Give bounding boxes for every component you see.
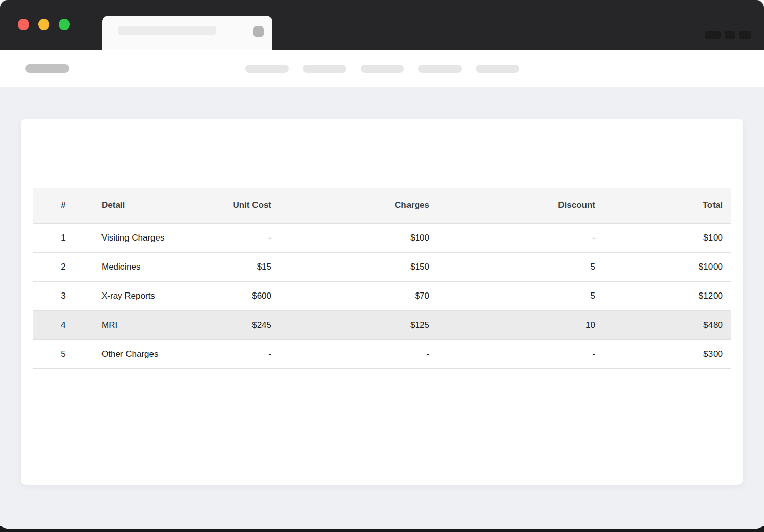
maximize-button[interactable] xyxy=(59,19,70,30)
column-header-discount: Discount xyxy=(438,188,603,223)
cell-charges: $125 xyxy=(279,310,438,339)
nav-link-placeholder xyxy=(418,65,462,73)
table-body: 1Visiting Charges-$100-$1002Medicines$15… xyxy=(33,223,731,368)
minimize-button[interactable] xyxy=(38,19,49,30)
cell-discount: - xyxy=(438,339,603,368)
cell-total: $1000 xyxy=(603,252,731,281)
cell-discount: 5 xyxy=(438,281,603,310)
nav-link-placeholder xyxy=(476,65,519,73)
table-row[interactable]: 4MRI$245$12510$480 xyxy=(33,310,731,339)
column-header-charges: Charges xyxy=(279,188,438,223)
cell-discount: - xyxy=(438,223,603,252)
cell-charges: - xyxy=(279,339,438,368)
nav-link-placeholder xyxy=(361,65,404,73)
cell-index: 4 xyxy=(33,310,93,339)
cell-unit_cost: $600 xyxy=(184,281,279,310)
column-header-total: Total xyxy=(603,188,731,223)
column-header-unit_cost: Unit Cost xyxy=(184,188,279,223)
cell-charges: $100 xyxy=(279,223,438,252)
cell-detail: Visiting Charges xyxy=(93,223,184,252)
faint-control-placeholder xyxy=(739,31,751,39)
cell-detail: X-ray Reports xyxy=(93,281,184,310)
cell-charges: $70 xyxy=(279,281,438,310)
tab-title-placeholder xyxy=(118,26,216,35)
cell-detail: Other Charges xyxy=(93,339,184,368)
page-background: #DetailUnit CostChargesDiscountTotal 1Vi… xyxy=(0,87,764,529)
nav-link-placeholder xyxy=(303,65,346,73)
browser-tab[interactable] xyxy=(102,16,272,50)
nav-link-placeholder xyxy=(245,65,289,73)
cell-total: $300 xyxy=(603,339,731,368)
screenshot-root: #DetailUnit CostChargesDiscountTotal 1Vi… xyxy=(0,0,764,532)
cell-index: 2 xyxy=(33,252,93,281)
charges-table-wrap: #DetailUnit CostChargesDiscountTotal 1Vi… xyxy=(33,188,731,369)
toolbar xyxy=(0,50,764,87)
faint-control-placeholder xyxy=(725,31,735,39)
cell-total: $480 xyxy=(603,310,731,339)
cell-detail: MRI xyxy=(93,310,184,339)
close-button[interactable] xyxy=(18,19,29,30)
cell-charges: $150 xyxy=(279,252,438,281)
cell-unit_cost: $15 xyxy=(184,252,279,281)
cell-detail: Medicines xyxy=(93,252,184,281)
cell-index: 1 xyxy=(33,223,93,252)
cell-unit_cost: - xyxy=(184,223,279,252)
table-row[interactable]: 1Visiting Charges-$100-$100 xyxy=(33,223,731,252)
column-header-index: # xyxy=(33,188,93,223)
cell-discount: 10 xyxy=(438,310,603,339)
column-header-detail: Detail xyxy=(93,188,184,223)
cell-index: 3 xyxy=(33,281,93,310)
cell-unit_cost: - xyxy=(184,339,279,368)
table-row[interactable]: 5Other Charges---$300 xyxy=(33,339,731,368)
traffic-lights xyxy=(18,19,70,30)
cell-total: $100 xyxy=(603,223,731,252)
charges-table: #DetailUnit CostChargesDiscountTotal 1Vi… xyxy=(33,188,731,369)
nav-links xyxy=(245,65,519,73)
cell-unit_cost: $245 xyxy=(184,310,279,339)
faint-control-placeholder xyxy=(705,31,721,39)
table-header-row: #DetailUnit CostChargesDiscountTotal xyxy=(33,188,731,223)
browser-window: #DetailUnit CostChargesDiscountTotal 1Vi… xyxy=(0,0,764,529)
table-row[interactable]: 3X-ray Reports$600$705$1200 xyxy=(33,281,731,310)
tab-close-placeholder xyxy=(253,26,264,37)
titlebar xyxy=(0,0,764,50)
invoice-card: #DetailUnit CostChargesDiscountTotal 1Vi… xyxy=(21,119,743,485)
table-head: #DetailUnit CostChargesDiscountTotal xyxy=(33,188,731,223)
cell-total: $1200 xyxy=(603,281,731,310)
titlebar-faint-controls xyxy=(705,31,751,39)
table-row[interactable]: 2Medicines$15$1505$1000 xyxy=(33,252,731,281)
url-bar-placeholder xyxy=(25,64,69,73)
cell-discount: 5 xyxy=(438,252,603,281)
cell-index: 5 xyxy=(33,339,93,368)
